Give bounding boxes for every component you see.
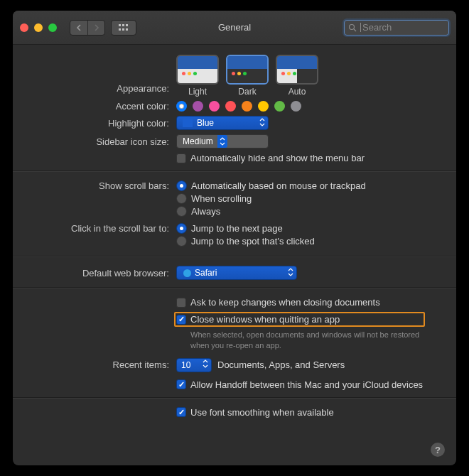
accent-color-3[interactable] — [225, 101, 236, 112]
zoom-window-button[interactable] — [48, 23, 57, 32]
back-button[interactable] — [70, 21, 87, 35]
safari-icon — [183, 269, 192, 278]
svg-rect-1 — [122, 24, 124, 26]
scrollbars-option-2[interactable]: Always — [176, 206, 366, 217]
accent-label: Accent color: — [34, 101, 176, 112]
accent-color-6[interactable] — [274, 101, 285, 112]
checkbox-icon — [176, 379, 186, 389]
forward-button[interactable] — [87, 21, 104, 35]
handoff-checkbox[interactable]: Allow Handoff between this Mac and your … — [176, 379, 423, 390]
default-browser-popup[interactable]: Safari — [176, 266, 297, 280]
prefs-window: General Search Appearance: Light Dark — [13, 11, 456, 465]
close-windows-checkbox[interactable]: Close windows when quitting an app — [174, 312, 425, 327]
color-swatch-icon — [183, 119, 193, 127]
nav-buttons — [70, 20, 105, 36]
radio-icon — [176, 206, 187, 217]
accent-color-4[interactable] — [242, 101, 252, 112]
help-button[interactable]: ? — [431, 443, 445, 457]
svg-line-7 — [354, 29, 356, 31]
close-windows-note: When selected, open documents and window… — [190, 330, 425, 351]
accent-color-7[interactable] — [291, 101, 301, 112]
close-window-button[interactable] — [20, 23, 28, 32]
scrollclick-radiogroup: Jump to the next pageJump to the spot th… — [176, 223, 315, 249]
auto-hide-menubar-checkbox[interactable]: Automatically hide and show the menu bar — [176, 153, 365, 163]
recent-items-popup[interactable]: 10 — [176, 358, 212, 372]
svg-point-8 — [183, 269, 191, 277]
updown-icon — [220, 137, 225, 146]
svg-rect-2 — [126, 24, 128, 26]
scrollbars-radiogroup: Automatically based on mouse or trackpad… — [176, 180, 366, 219]
accent-colors — [176, 101, 301, 112]
scrollbars-option-0[interactable]: Automatically based on mouse or trackpad — [176, 180, 366, 191]
highlight-label: Highlight color: — [34, 118, 176, 129]
accent-color-1[interactable] — [193, 101, 203, 112]
updown-icon — [259, 118, 265, 126]
updown-icon — [288, 268, 293, 276]
highlight-popup[interactable]: Blue — [176, 116, 269, 130]
appearance-dark[interactable]: Dark — [226, 55, 269, 97]
window-title: General — [218, 22, 251, 33]
appearance-label: Appearance: — [34, 55, 176, 94]
browser-label: Default web browser: — [34, 268, 176, 278]
svg-rect-4 — [122, 28, 124, 31]
updown-icon — [203, 359, 208, 368]
show-all-button[interactable] — [111, 20, 136, 36]
radio-icon — [176, 223, 187, 234]
checkbox-icon — [176, 298, 186, 308]
scrollclick-option-1[interactable]: Jump to the spot that's clicked — [176, 236, 315, 247]
radio-icon — [176, 180, 187, 191]
radio-icon — [176, 193, 187, 204]
search-placeholder: Search — [362, 22, 392, 33]
radio-icon — [176, 236, 187, 247]
svg-rect-5 — [126, 28, 128, 31]
recent-suffix: Documents, Apps, and Servers — [217, 359, 345, 370]
recent-label: Recent items: — [34, 359, 176, 370]
sidebar-size-popup[interactable]: Medium — [176, 134, 269, 148]
scrollclick-label: Click in the scroll bar to: — [34, 223, 176, 234]
accent-color-0[interactable] — [176, 101, 187, 112]
appearance-auto[interactable]: Auto — [276, 55, 318, 97]
checkbox-icon — [176, 407, 186, 417]
toolbar: General Search — [13, 11, 456, 45]
appearance-light[interactable]: Light — [176, 55, 219, 97]
svg-point-6 — [350, 24, 355, 29]
window-controls — [20, 23, 57, 32]
search-icon — [348, 23, 357, 32]
svg-rect-0 — [119, 24, 121, 26]
content: Appearance: Light Dark Auto Accent color… — [13, 45, 456, 436]
scrollclick-option-0[interactable]: Jump to the next page — [176, 223, 315, 234]
accent-color-5[interactable] — [258, 101, 269, 112]
sidebar-label: Sidebar icon size: — [34, 136, 176, 147]
ask-keep-changes-checkbox[interactable]: Ask to keep changes when closing documen… — [176, 297, 380, 308]
svg-rect-3 — [119, 28, 121, 31]
accent-color-2[interactable] — [209, 101, 220, 112]
search-field[interactable]: Search — [344, 20, 449, 36]
checkbox-icon — [176, 153, 186, 163]
scrollbars-label: Show scroll bars: — [34, 180, 176, 191]
font-smoothing-checkbox[interactable]: Use font smoothing when available — [176, 407, 334, 418]
chevron-right-icon — [93, 24, 99, 31]
scrollbars-option-1[interactable]: When scrolling — [176, 193, 366, 204]
checkbox-icon — [176, 315, 186, 325]
chevron-left-icon — [76, 24, 82, 31]
minimize-window-button[interactable] — [34, 23, 43, 32]
grid-icon — [119, 24, 129, 31]
